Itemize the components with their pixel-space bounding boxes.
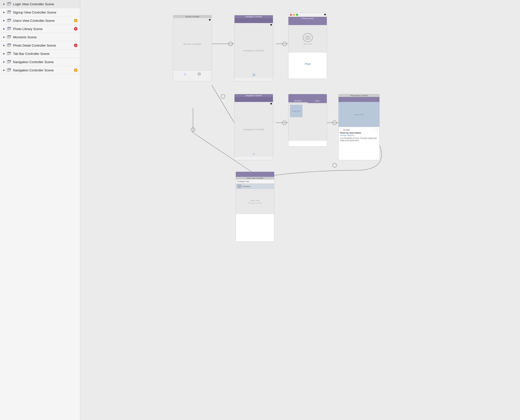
svg-rect-5 [8,11,11,12]
sidebar-item-label: Signup View Controller Scene [13,11,77,14]
likes-count: 32 Likes [343,129,350,131]
tabbar-label: Tab Bar Controller [173,43,212,45]
photo-lib-header: Photo Library [288,17,327,20]
sidebar-arrow-icon: ▶ [3,27,6,30]
sidebar-item-label: Navigation Controller Scene [13,68,74,72]
photo-lib-nav-bar [288,20,327,25]
svg-point-38 [191,128,195,132]
svg-rect-20 [8,52,11,53]
sidebar-arrow-icon: ▶ [3,69,6,72]
svg-point-41 [333,163,337,167]
nav-controller-1-header: Navigation Controller [235,15,273,18]
nav-controller-1-icon-bar: ⊡ [235,73,273,77]
sidebar-arrow-icon: ▶ [3,36,6,39]
canvas-inner: Tab Bar Controller Tab Bar Controller ⌂ … [80,0,520,376]
nav-controller-1-subheader [235,18,273,23]
sidebar-items: ▶ Login View Controller Scene▶ Signup Vi… [0,0,80,74]
badge-red-icon: ● [74,44,77,47]
photo-detail-header: Photo Detail Controller [339,94,379,97]
svg-rect-26 [8,68,11,69]
take-photo-label: Take Photo [303,43,312,45]
comment-icon[interactable]: ○ [377,128,378,131]
sidebar-item-login-view-controller-scene[interactable]: ▶ Login View Controller Scene [0,0,80,8]
canvas[interactable]: Tab Bar Controller Tab Bar Controller ⌂ … [80,0,520,420]
nav-controller-2-body: Navigation Controller ⌂ [235,102,273,157]
sidebar-arrow-icon: ▶ [3,11,6,14]
more-options-icon[interactable]: ··· [374,129,376,131]
moments-tab-moments[interactable]: Moments [288,99,308,103]
svg-point-34 [282,121,286,125]
sidebar: ▶ Login View Controller Scene▶ Signup Vi… [0,0,80,420]
tabbar-body: Tab Bar Controller [173,18,212,70]
svg-point-30 [221,94,225,98]
camera-tab-icon[interactable]: ⊡ [198,72,201,76]
svg-point-43 [307,37,308,39]
sidebar-item-moments-scene[interactable]: ▶ Moments Scene [0,33,80,41]
sidebar-item-label: Photo Library Scene [13,27,74,31]
users-cell: Full Name [236,184,274,189]
moments-tab-users[interactable]: Users [308,99,327,103]
sidebar-item-navigation-controller-scene-2[interactable]: ▶ Navigation Controller Scene● [0,66,80,74]
sidebar-item-label: Moments Scene [13,35,77,39]
photo-lib-titlebar [288,13,327,17]
svg-rect-8 [8,19,11,20]
nav-controller-1-dot [270,24,272,26]
photo-library-box: Photo Library Take Photo Post [288,13,327,79]
nav-controller-2-header: Navigation Controller [235,94,273,97]
sidebar-item-tab-bar-controller-scene[interactable]: ▶ Tab Bar Controller Scene [0,50,80,58]
photo-detail-comment: Love this photo so much. You have a grea… [340,137,378,142]
heart-icon: ♡ [340,128,342,131]
sidebar-arrow-icon: ▶ [3,60,6,63]
nav1-bottom-icon: ⊡ [253,73,255,77]
nav-controller-2-subheader [235,97,273,102]
users-cell-name: Full Name [242,186,250,187]
scene-icon [7,60,12,64]
users-view-controller-box: Users View Controller Prototype Cells Fu… [236,172,274,242]
scene-icon [7,27,12,31]
nav2-bottom-icon: ⌂ [253,152,255,156]
svg-point-28 [229,42,233,46]
tab-bar-controller-box: Tab Bar Controller Tab Bar Controller ⌂ … [173,15,212,81]
scene-icon [7,2,12,6]
scene-icon [7,43,12,47]
svg-point-32 [282,42,286,46]
camera-svg [305,36,310,40]
users-table-area: Table View Prototype Content [236,189,274,214]
table-view-label: Table View [250,199,260,202]
home-tab-icon[interactable]: ⌂ [184,72,186,76]
sidebar-item-label: Photo Detail Controller Scene [13,44,74,47]
photo-detail-info: ♡ 32 Likes ··· ○ Photo by John Adams Tho… [339,127,379,143]
scene-icon [7,35,12,39]
sidebar-item-label: Login View Controller Scene [13,2,77,6]
sidebar-item-navigation-controller-scene-1[interactable]: ▶ Navigation Controller Scene [0,58,80,66]
photo-lib-body: Take Photo [288,25,327,53]
photo-lib-post-area: Post [288,53,327,75]
sidebar-item-users-view-controller-scene[interactable]: ▶ Users View Controller Scene● [0,17,80,25]
sidebar-item-label: Users View Controller Scene [13,19,74,23]
tabbar-footer: ⌂ ⊡ [173,70,212,77]
sidebar-item-signup-view-controller-scene[interactable]: ▶ Signup View Controller Scene [0,8,80,17]
nav-controller-2-dot [270,103,272,104]
scene-icon [7,10,12,14]
photo-detail-user[interactable]: Thomas Jefferson [340,134,378,136]
prototype-content-label: Prototype Content [248,202,262,204]
badge-yellow-icon: ● [74,68,77,72]
sidebar-item-label: Tab Bar Controller Scene [13,52,77,56]
sidebar-arrow-icon: ▶ [3,44,6,47]
users-header [236,172,274,177]
nav-controller-1-label: Navigation Controller [235,49,273,52]
nav-controller-2-box: Navigation Controller Navigation Control… [234,94,273,160]
sidebar-arrow-icon: ▶ [3,3,6,6]
scene-icon [7,68,12,72]
sidebar-item-photo-library-scene[interactable]: ▶ Photo Library Scene● [0,25,80,33]
tl-yellow [293,14,295,16]
users-title-bar: Users View Controller [236,177,274,180]
tl-red [290,14,292,16]
post-button[interactable]: Post [305,62,310,65]
nav-controller-1-box: Navigation Controller Navigation Control… [234,15,273,81]
badge-yellow-icon: ● [74,19,77,22]
users-cell-avatar [237,184,241,188]
svg-rect-14 [8,35,11,36]
nav-controller-2-label: Navigation Controller [235,128,273,131]
sidebar-item-photo-detail-controller-scene[interactable]: ▶ Photo Detail Controller Scene● [0,41,80,50]
